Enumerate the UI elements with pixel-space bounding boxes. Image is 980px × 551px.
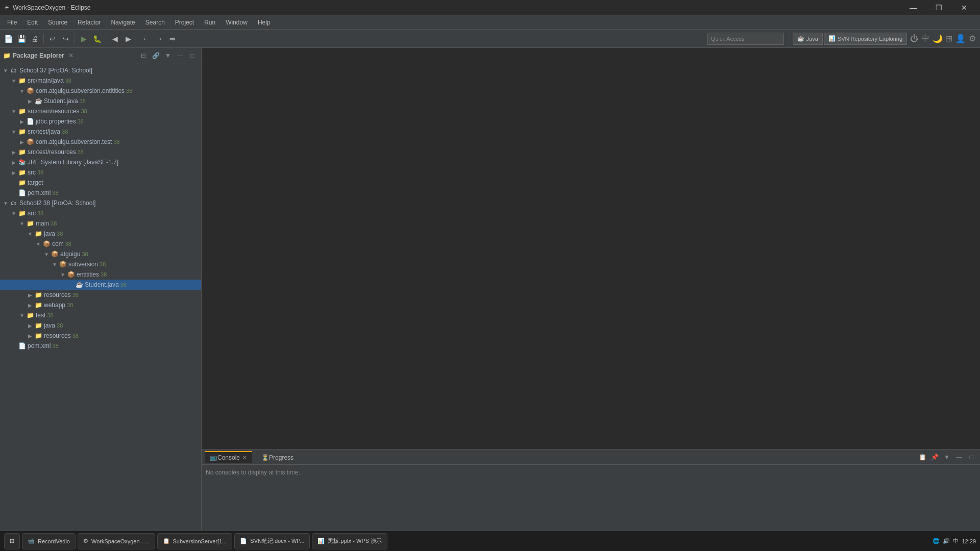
tree-item-12[interactable]: 📁target bbox=[0, 178, 201, 188]
tree-item-5[interactable]: ▼📁src/main/resources38 bbox=[0, 106, 201, 116]
tree-item-18[interactable]: ▼📦com38 bbox=[0, 239, 201, 249]
minimize-bottom-button[interactable]: — bbox=[953, 452, 965, 463]
minimize-button[interactable]: — bbox=[901, 0, 925, 15]
navigate-forward-button[interactable]: → bbox=[153, 33, 165, 45]
grid-icon[interactable]: ⊞ bbox=[945, 33, 953, 44]
view-menu-button[interactable]: ▼ bbox=[162, 50, 174, 61]
tree-arrow-8[interactable]: ▶ bbox=[18, 139, 26, 145]
chinese-icon[interactable]: 中 bbox=[920, 32, 930, 45]
ime-indicator[interactable]: 中 bbox=[953, 537, 959, 545]
java-perspective-button[interactable]: ☕ Java bbox=[793, 33, 823, 45]
new-button[interactable]: 📄 bbox=[2, 33, 14, 45]
menu-edit[interactable]: Edit bbox=[22, 17, 43, 28]
moon-icon[interactable]: 🌙 bbox=[932, 33, 944, 44]
tree-arrow-11[interactable]: ▶ bbox=[10, 170, 17, 176]
tree-arrow-26[interactable]: ▶ bbox=[27, 323, 34, 329]
navigate-back-button[interactable]: ← bbox=[140, 33, 152, 45]
tree-arrow-19[interactable]: ▼ bbox=[43, 252, 50, 257]
tree-item-2[interactable]: ▼📁src/main/java38 bbox=[0, 76, 201, 86]
taskbar-subversionserver[interactable]: 📋 SubversionServer[1... bbox=[157, 533, 233, 549]
tree-item-3[interactable]: ▼📦com.atguigu.subversion.entitities38 bbox=[0, 86, 201, 96]
tree-arrow-2[interactable]: ▼ bbox=[10, 78, 17, 84]
forward-button[interactable]: ▶ bbox=[122, 33, 134, 45]
back-button[interactable]: ◀ bbox=[109, 33, 121, 45]
tree-arrow-15[interactable]: ▼ bbox=[10, 211, 17, 216]
tree-arrow-25[interactable]: ▼ bbox=[18, 313, 26, 318]
tree-arrow-20[interactable]: ▼ bbox=[51, 262, 58, 267]
tree-item-22[interactable]: ☕Student.java38 bbox=[0, 280, 201, 290]
print-button[interactable]: 🖨 bbox=[29, 33, 41, 45]
tree-arrow-24[interactable]: ▶ bbox=[27, 303, 34, 308]
svn-perspective-button[interactable]: 📊 SVN Repository Exploring bbox=[824, 33, 907, 45]
power-icon[interactable]: ⏻ bbox=[909, 33, 919, 44]
taskbar-blackboard[interactable]: 📊 黑板.pptx - WPS 演示 bbox=[312, 533, 387, 549]
maximize-button[interactable]: ❐ bbox=[927, 0, 950, 15]
tree-item-16[interactable]: ▼📁main38 bbox=[0, 218, 201, 229]
start-button[interactable]: ⊞ bbox=[4, 533, 20, 549]
tree-item-23[interactable]: ▶📁resources38 bbox=[0, 290, 201, 300]
person-icon[interactable]: 👤 bbox=[954, 33, 967, 44]
tree-arrow-7[interactable]: ▼ bbox=[10, 129, 17, 135]
tree-item-9[interactable]: ▶📁src/test/resources38 bbox=[0, 147, 201, 157]
tree-arrow-16[interactable]: ▼ bbox=[18, 221, 26, 227]
tree-arrow-6[interactable]: ▶ bbox=[18, 119, 26, 124]
tree-item-14[interactable]: ▼🗂School2 38 [ProOA: School] bbox=[0, 198, 201, 208]
tree-item-19[interactable]: ▼📦atguigu38 bbox=[0, 249, 201, 259]
tree-arrow-5[interactable]: ▼ bbox=[10, 109, 17, 114]
pin-console-button[interactable]: 📌 bbox=[929, 452, 940, 463]
tree-item-10[interactable]: ▶📚JRE System Library [JavaSE-1.7] bbox=[0, 157, 201, 167]
network-icon[interactable]: 🌐 bbox=[933, 538, 940, 544]
debug-button[interactable]: 🐛 bbox=[91, 33, 103, 45]
tree-item-13[interactable]: 📄pom.xml38 bbox=[0, 188, 201, 198]
tree-item-17[interactable]: ▼📁java38 bbox=[0, 229, 201, 239]
menu-refactor[interactable]: Refactor bbox=[72, 17, 106, 28]
tree-arrow-1[interactable]: ▼ bbox=[2, 68, 9, 73]
maximize-panel-button[interactable]: □ bbox=[187, 50, 198, 61]
tree-arrow-18[interactable]: ▼ bbox=[35, 241, 42, 247]
tree-item-27[interactable]: ▶📁resources38 bbox=[0, 331, 201, 341]
console-close-icon[interactable]: ✕ bbox=[242, 454, 247, 461]
undo-button[interactable]: ↩ bbox=[46, 33, 59, 45]
tree-arrow-3[interactable]: ▼ bbox=[18, 88, 26, 94]
menu-help[interactable]: Help bbox=[253, 17, 276, 28]
save-button[interactable]: 💾 bbox=[15, 33, 28, 45]
redo-button[interactable]: ↪ bbox=[60, 33, 72, 45]
tree-item-20[interactable]: ▼📦subversion38 bbox=[0, 259, 201, 269]
tree-item-4[interactable]: ▶☕Student.java38 bbox=[0, 96, 201, 106]
link-editor-button[interactable]: 🔗 bbox=[150, 50, 161, 61]
tree-arrow-9[interactable]: ▶ bbox=[10, 149, 17, 155]
tree-item-7[interactable]: ▼📁src/test/java38 bbox=[0, 127, 201, 137]
tree-item-26[interactable]: ▶📁java38 bbox=[0, 320, 201, 331]
tree-arrow-23[interactable]: ▶ bbox=[27, 292, 34, 298]
quick-access-box[interactable]: Quick Access bbox=[707, 33, 784, 45]
tree-item-15[interactable]: ▼📁src38 bbox=[0, 208, 201, 218]
tree-arrow-4[interactable]: ▶ bbox=[27, 98, 34, 104]
tree-arrow-14[interactable]: ▼ bbox=[2, 201, 9, 206]
menu-window[interactable]: Window bbox=[220, 17, 253, 28]
tree-item-25[interactable]: ▼📁test38 bbox=[0, 310, 201, 320]
tree-item-21[interactable]: ▼📦entitities38 bbox=[0, 269, 201, 280]
menu-navigate[interactable]: Navigate bbox=[106, 17, 140, 28]
open-console-button[interactable]: 📋 bbox=[917, 452, 928, 463]
run-button[interactable]: ▶ bbox=[78, 33, 90, 45]
collapse-all-button[interactable]: ⊟ bbox=[138, 50, 149, 61]
menu-project[interactable]: Project bbox=[170, 17, 199, 28]
taskbar-recordvedio[interactable]: 📹 RecordVedio bbox=[22, 533, 76, 549]
tree-item-1[interactable]: ▼🗂School 37 [ProOA: School] bbox=[0, 65, 201, 76]
menu-source[interactable]: Source bbox=[43, 17, 72, 28]
taskbar-svnnotes[interactable]: 📄 SVN笔记.docx - WP... bbox=[234, 533, 310, 549]
tree-arrow-17[interactable]: ▼ bbox=[27, 231, 34, 237]
tree-item-28[interactable]: 📄pom.xml38 bbox=[0, 341, 201, 351]
menu-search[interactable]: Search bbox=[140, 17, 170, 28]
volume-icon[interactable]: 🔊 bbox=[943, 538, 950, 544]
navigate-last-button[interactable]: ⇒ bbox=[166, 33, 179, 45]
tree-item-11[interactable]: ▶📁src38 bbox=[0, 167, 201, 178]
tree-item-24[interactable]: ▶📁webapp38 bbox=[0, 300, 201, 310]
tree-arrow-10[interactable]: ▶ bbox=[10, 160, 17, 165]
maximize-bottom-button[interactable]: □ bbox=[966, 452, 977, 463]
tree-arrow-27[interactable]: ▶ bbox=[27, 333, 34, 339]
tree-item-6[interactable]: ▶📄jdbc.properties38 bbox=[0, 116, 201, 127]
tree-item-8[interactable]: ▶📦com.atguigu.subversion.test38 bbox=[0, 137, 201, 147]
close-button[interactable]: ✕ bbox=[952, 0, 976, 15]
progress-tab[interactable]: ⏳ Progress bbox=[256, 451, 299, 463]
